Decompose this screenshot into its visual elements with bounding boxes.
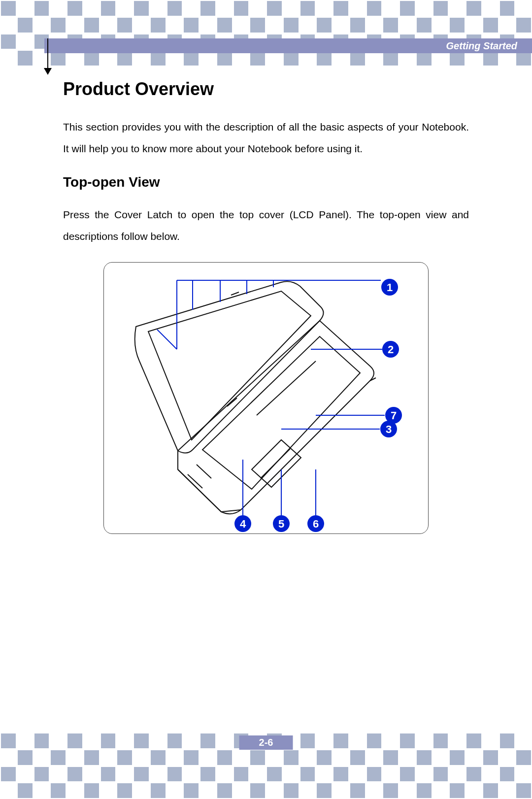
callout-1: 1 [387,281,393,294]
section-subtitle: Top-open View [63,174,469,190]
callout-7: 7 [391,409,397,422]
callout-2: 2 [388,343,394,356]
page-number: 2-6 [239,735,293,750]
laptop-diagram: 1 2 7 3 4 5 [103,262,429,534]
header-arrow-icon [47,38,48,74]
svg-line-6 [157,330,177,349]
callout-6: 6 [313,518,319,530]
decorative-checker-top [0,0,532,67]
page-title: Product Overview [63,79,469,100]
chapter-header-text: Getting Started [446,40,517,52]
topopen-paragraph: Press the Cover Latch to open the top co… [63,204,469,247]
page-content: Product Overview This section provides y… [63,79,469,534]
callout-3: 3 [386,423,392,435]
callout-5: 5 [278,518,284,530]
callout-4: 4 [240,518,246,530]
chapter-header-bar: Getting Started [44,38,532,53]
intro-paragraph: This section provides you with the descr… [63,116,469,160]
